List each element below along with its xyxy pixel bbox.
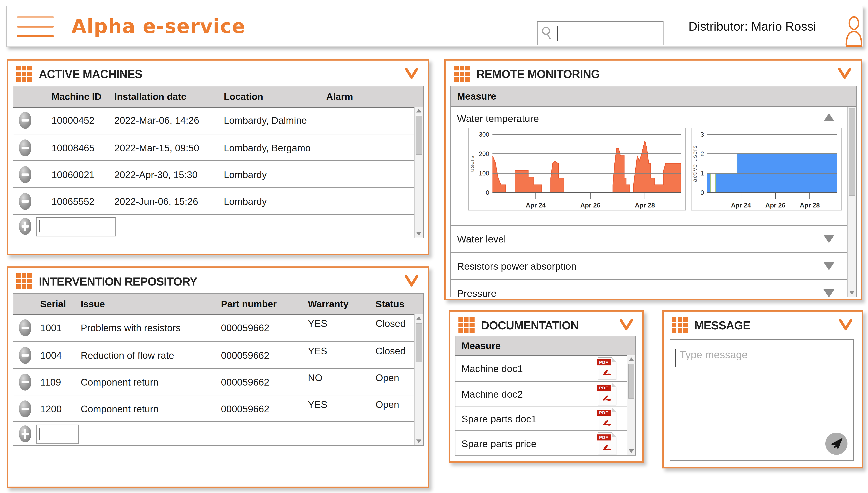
panel-title: INTERVENTION REPOSITORY — [39, 275, 197, 288]
svg-text:100: 100 — [479, 170, 489, 177]
cell-installation-date: 2022-Jun-06, 15:26 — [114, 196, 198, 207]
pdf-file-icon[interactable]: PDF — [598, 383, 616, 405]
list-scrollbar[interactable] — [847, 107, 856, 297]
remove-row-button[interactable] — [19, 112, 31, 129]
user-profile-icon[interactable] — [844, 16, 864, 48]
remove-row-button[interactable] — [19, 347, 31, 364]
pdf-file-icon[interactable]: PDF — [598, 432, 616, 455]
measure-header-label: Measure — [457, 86, 496, 106]
pdf-file-icon[interactable]: PDF — [598, 408, 616, 430]
cell-status: Open — [375, 399, 399, 410]
cell-serial: 1200 — [40, 403, 62, 414]
document-row[interactable]: Spare parts doc1 PDF — [455, 406, 627, 431]
remove-row-button[interactable] — [19, 319, 31, 336]
intervention-table: Serial Issue Part number Warranty Status… — [13, 293, 424, 446]
svg-text:0: 0 — [700, 189, 704, 196]
measure-row-resistors-power[interactable]: Resistors power absorption — [451, 252, 848, 280]
active-machines-panel: ACTIVE MACHINES Machine ID Installation … — [7, 59, 429, 255]
chevron-down-icon[interactable] — [405, 68, 418, 79]
cell-installation-date: 2022-Mar-06, 14:26 — [114, 115, 199, 126]
svg-text:Apr 28: Apr 28 — [635, 201, 655, 209]
cell-machine-id: 10008465 — [51, 142, 94, 153]
remove-row-button[interactable] — [19, 140, 31, 156]
expand-icon[interactable] — [824, 262, 834, 270]
measure-row-water-level[interactable]: Water level — [451, 225, 848, 253]
send-message-button[interactable] — [825, 433, 847, 455]
scrollbar-thumb[interactable] — [416, 323, 422, 362]
list-scrollbar[interactable] — [627, 356, 635, 455]
scrollbar-thumb[interactable] — [628, 364, 634, 399]
intervention-repository-panel: INTERVENTION REPOSITORY Serial Issue Par… — [7, 266, 429, 488]
document-row[interactable]: Machine doc2 PDF — [455, 381, 627, 406]
scroll-up-icon[interactable] — [416, 109, 421, 112]
search-input[interactable] — [557, 22, 662, 45]
cell-warranty: NO — [308, 372, 322, 383]
search-box[interactable] — [537, 21, 664, 45]
col-serial: Serial — [40, 294, 66, 314]
cell-issue: Component return — [81, 377, 158, 388]
add-intervention-input-wrap — [36, 425, 79, 444]
add-machine-input-wrap — [36, 217, 116, 236]
cell-location: Lombardy — [224, 169, 267, 180]
cell-machine-id: 10060021 — [51, 169, 94, 180]
add-machine-input[interactable] — [37, 218, 116, 236]
remove-row-button[interactable] — [19, 193, 31, 210]
measure-label: Water temperature — [457, 113, 539, 124]
message-compose-area — [670, 339, 854, 461]
measure-label: Resistors power absorption — [457, 261, 577, 272]
panel-title: MESSAGE — [694, 319, 750, 332]
chevron-down-icon[interactable] — [620, 319, 633, 330]
grid-icon — [672, 317, 688, 333]
grid-icon — [458, 317, 475, 333]
add-machine-button[interactable] — [19, 218, 31, 235]
cell-status: Open — [375, 372, 399, 383]
scroll-up-icon[interactable] — [629, 357, 634, 361]
cell-machine-id: 10065552 — [51, 196, 94, 207]
remove-row-button[interactable] — [19, 401, 31, 417]
table-scrollbar[interactable] — [414, 107, 423, 238]
svg-text:users: users — [469, 155, 475, 172]
scroll-up-icon[interactable] — [416, 316, 421, 320]
documents-list: Measure Machine doc1 PDF Machine doc2 PD… — [455, 336, 636, 455]
svg-text:0: 0 — [486, 189, 489, 196]
add-intervention-input[interactable] — [37, 425, 79, 444]
panel-title: DOCUMENTATION — [481, 319, 579, 332]
table-header: Serial Issue Part number Warranty Status — [13, 294, 423, 315]
table-scrollbar[interactable] — [414, 314, 423, 445]
scrollbar-thumb[interactable] — [849, 108, 855, 196]
scroll-down-icon[interactable] — [629, 449, 634, 453]
scrollbar-thumb[interactable] — [416, 116, 422, 155]
table-row: 1200 Component return 000059662 YES Open — [13, 394, 415, 422]
cell-part-number: 000059662 — [221, 377, 269, 388]
document-label: Spare parts price — [461, 438, 537, 449]
cell-warranty: YES — [308, 318, 327, 329]
expand-icon[interactable] — [824, 235, 834, 243]
svg-text:active users: active users — [692, 145, 698, 182]
document-row[interactable]: Spare parts price PDF — [455, 430, 627, 455]
add-row — [13, 214, 415, 238]
document-row[interactable]: Machine doc1 PDF — [455, 356, 627, 381]
svg-text:1: 1 — [700, 170, 704, 177]
remove-row-button[interactable] — [19, 374, 31, 391]
chevron-down-icon[interactable] — [405, 275, 418, 286]
hamburger-menu-icon[interactable] — [17, 16, 54, 39]
chevron-down-icon[interactable] — [838, 68, 851, 79]
scroll-down-icon[interactable] — [849, 291, 854, 295]
input-caret — [40, 428, 40, 440]
measure-row-pressure[interactable]: Pressure — [451, 279, 848, 297]
add-intervention-button[interactable] — [19, 425, 31, 442]
cell-serial: 1004 — [40, 350, 62, 361]
expand-icon[interactable] — [824, 290, 834, 297]
pdf-file-icon[interactable]: PDF — [598, 357, 616, 380]
chevron-down-icon[interactable] — [839, 319, 852, 330]
scroll-down-icon[interactable] — [416, 232, 421, 236]
cell-location: Lombardy, Bergamo — [224, 142, 310, 153]
collapse-icon[interactable] — [824, 113, 834, 121]
table-row: 10060021 2022-Apr-30, 15:30 Lombardy — [13, 160, 415, 188]
scroll-down-icon[interactable] — [416, 440, 421, 443]
remove-row-button[interactable] — [19, 166, 31, 183]
measure-row-water-temperature[interactable]: Water temperature 0100200300Apr 24Apr 26… — [451, 107, 848, 225]
svg-text:200: 200 — [479, 150, 489, 157]
col-machine-id: Machine ID — [51, 86, 102, 107]
cell-serial: 1001 — [40, 322, 62, 333]
